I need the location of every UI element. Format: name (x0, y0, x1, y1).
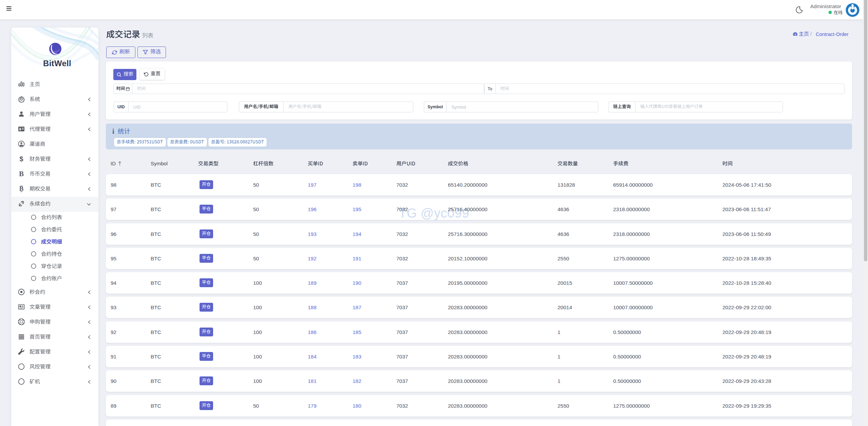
svg-text:$: $ (19, 155, 23, 162)
svg-text:B: B (19, 185, 24, 192)
svg-text:B: B (19, 170, 24, 177)
